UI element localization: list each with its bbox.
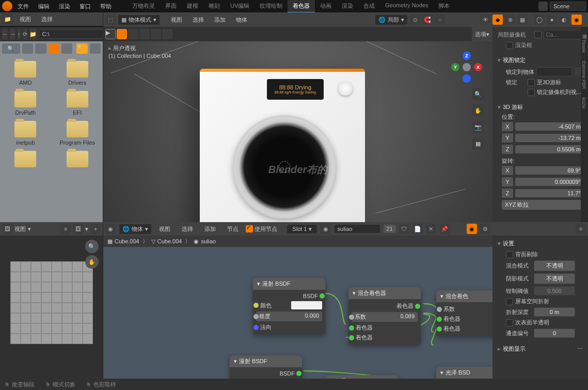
- xray-icon[interactable]: ▦: [517, 14, 528, 25]
- node-canvas[interactable]: ▾漫射 BSDF BSDF 颜色 糙度0.000 法向 ▾混合着色器 着色器 系…: [103, 247, 492, 390]
- new-mat-icon[interactable]: 📄: [412, 224, 423, 234]
- vtab-item[interactable]: 项目: [581, 27, 588, 35]
- cursor-rz-value[interactable]: 11.7°: [515, 189, 584, 197]
- pin-icon[interactable]: 📌: [439, 224, 450, 234]
- cursor-rx-value[interactable]: 69.9°: [515, 166, 584, 175]
- pass-index-input[interactable]: 0: [534, 329, 575, 338]
- cursor-x-value[interactable]: -4.507 m: [515, 122, 584, 131]
- ry-axis-button[interactable]: Y: [502, 177, 513, 186]
- sss-toggle[interactable]: [506, 319, 513, 326]
- 3d-cursor-header[interactable]: ▾3D 游标: [497, 101, 584, 113]
- menu-file[interactable]: 文件: [13, 1, 33, 12]
- vp-editor-type-icon[interactable]: ⬚: [105, 14, 116, 25]
- folder-efi[interactable]: EFI: [54, 91, 101, 116]
- menu-render[interactable]: 渲染: [55, 1, 74, 12]
- overlay-icon[interactable]: ⊕: [505, 14, 515, 25]
- shading-solid-icon[interactable]: ●: [547, 14, 557, 25]
- persp-gizmo-icon[interactable]: ▦: [472, 137, 484, 150]
- lock-camera-toggle[interactable]: [528, 89, 535, 96]
- socket-color-in[interactable]: [253, 303, 259, 308]
- node-mix-shader[interactable]: ▾混合着色器 着色器 系数0.089 着色器 着色器: [348, 287, 421, 345]
- mode-dropdown[interactable]: ▦ 物体模式 ▾: [118, 14, 160, 25]
- gizmo-center[interactable]: [463, 63, 471, 71]
- vtab-kit[interactable]: ko2w: [581, 93, 588, 113]
- ie-new-icon[interactable]: +: [90, 224, 101, 234]
- settings-header[interactable]: ▾设置: [497, 238, 584, 249]
- rz-axis-button[interactable]: Z: [502, 189, 513, 198]
- gizmo-toggle-icon[interactable]: ◆: [492, 14, 503, 25]
- options-icon[interactable]: ≡: [576, 224, 586, 234]
- x-axis-button[interactable]: X: [502, 122, 513, 131]
- camera-gizmo-icon[interactable]: 📷: [472, 121, 484, 133]
- unlink-mat-icon[interactable]: ✕: [426, 224, 436, 234]
- shading-matprev-icon[interactable]: ◐: [559, 14, 569, 25]
- pan-gizmo-icon[interactable]: ✋: [472, 104, 484, 117]
- z-axis-button[interactable]: Z: [502, 145, 513, 154]
- socket-float-in[interactable]: [349, 315, 354, 320]
- socket-float-in[interactable]: [253, 314, 259, 319]
- zoom-gizmo-icon[interactable]: 🔍: [472, 88, 484, 100]
- shader-type-dropdown[interactable]: 🌐物体▾: [119, 224, 152, 235]
- shadow-mode-dropdown[interactable]: 不透明: [534, 273, 575, 284]
- fb-view-list2-icon[interactable]: [35, 43, 46, 54]
- material-name-input[interactable]: [334, 224, 380, 233]
- snap-icon[interactable]: 🧲: [422, 14, 433, 25]
- fb-up-button[interactable]: ↑: [18, 28, 21, 40]
- socket-shader-in[interactable]: [437, 317, 442, 322]
- vp-menu-select[interactable]: 选择: [188, 14, 208, 26]
- cursor-z-value[interactable]: 0.5506 m: [515, 145, 584, 153]
- filebrowser-content[interactable]: AMD Drivers DrvPath EFI inetpub Program …: [0, 56, 103, 222]
- tool-icon[interactable]: [162, 29, 172, 39]
- ne-options-icon[interactable]: ⚙: [480, 224, 490, 234]
- menu-window[interactable]: 窗口: [75, 1, 95, 12]
- socket-float-in[interactable]: [437, 307, 442, 312]
- tool-icon[interactable]: [128, 29, 138, 39]
- pivot-icon[interactable]: ⊙: [410, 14, 420, 25]
- select-tool-icon[interactable]: [117, 29, 127, 39]
- crumb-object[interactable]: ▦ Cube.004: [107, 238, 139, 245]
- scene-icon[interactable]: [538, 2, 548, 11]
- cursor-ry-value[interactable]: 0.000009°: [515, 178, 584, 186]
- ne-active-icon[interactable]: ◉: [467, 224, 477, 234]
- ie-image-icon[interactable]: 🖼: [73, 224, 83, 234]
- fb-filter-button[interactable]: ▼: [76, 43, 87, 54]
- fb-menu-select[interactable]: 选择: [37, 13, 57, 25]
- socket-shader-out[interactable]: [415, 304, 420, 309]
- fb-refresh-button[interactable]: ⟳: [23, 28, 27, 40]
- fb-settings-icon[interactable]: [90, 43, 101, 54]
- ws-tab-11[interactable]: 脚本: [433, 0, 455, 13]
- panel-options-icon[interactable]: ⋯: [577, 346, 583, 352]
- fac-slider[interactable]: 系数0.089: [352, 312, 418, 322]
- ws-tab-0[interactable]: 万物有灵: [127, 0, 160, 13]
- image-editor-canvas[interactable]: 🔍 ✋: [0, 236, 103, 390]
- view-options-dropdown[interactable]: 选项 ▾: [472, 27, 492, 41]
- node-header[interactable]: ▾光泽 BSD: [436, 367, 492, 379]
- y-axis-button[interactable]: Y: [502, 133, 513, 143]
- clip-threshold-input[interactable]: 0.500: [534, 286, 575, 295]
- fb-search-button[interactable]: 🔍: [2, 43, 20, 54]
- fb-menu-view[interactable]: 视图: [15, 13, 35, 25]
- fb-view-list-icon[interactable]: [22, 43, 33, 54]
- use-nodes-toggle[interactable]: 使用节点: [246, 225, 277, 233]
- fb-editor-type-icon[interactable]: 📁: [2, 14, 13, 24]
- ws-tab-10[interactable]: Geometry Nodes: [380, 0, 433, 13]
- folder-amd[interactable]: AMD: [2, 61, 49, 86]
- node-header[interactable]: ▾漫射 BSDF: [230, 355, 302, 367]
- color-swatch[interactable]: [291, 301, 322, 309]
- menu-edit[interactable]: 编辑: [34, 1, 54, 12]
- node-header[interactable]: ▾漫射 BSDF: [253, 278, 325, 290]
- lock-object-input[interactable]: [536, 67, 573, 76]
- menu-help[interactable]: 帮助: [96, 1, 116, 12]
- vp-menu-add[interactable]: 添加: [210, 14, 230, 26]
- blend-mode-dropdown[interactable]: 不透明: [534, 260, 575, 271]
- roughness-slider[interactable]: 糙度0.000: [256, 311, 322, 321]
- fb-newfolder-button[interactable]: 📁: [29, 28, 37, 40]
- socket-shader-in[interactable]: [349, 335, 354, 340]
- rotation-mode-dropdown[interactable]: XYZ 欧拉: [502, 200, 584, 210]
- ws-tab-4[interactable]: UV编辑: [225, 0, 255, 13]
- viewport-display-header[interactable]: ▸视图显示⋯: [497, 343, 584, 355]
- image-editor-type-icon[interactable]: 🖼: [2, 224, 12, 234]
- node-mix-shader-2[interactable]: ▾混合着色 系数 着色器 着色器: [436, 290, 492, 336]
- node-glossy-bsdf-2[interactable]: ▾光泽 BSD: [436, 367, 492, 379]
- ie-zoom-icon[interactable]: 🔍: [85, 240, 99, 253]
